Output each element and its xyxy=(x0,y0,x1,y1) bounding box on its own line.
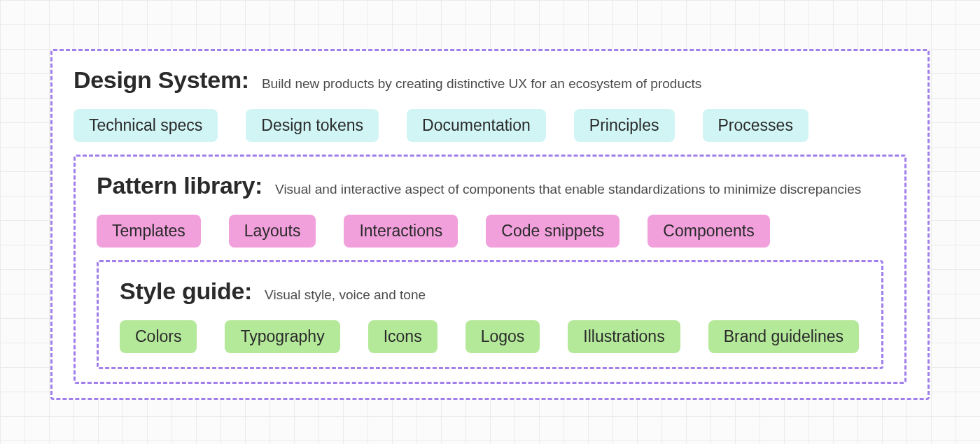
chip-templates: Templates xyxy=(97,215,201,248)
chip-principles: Principles xyxy=(574,109,675,142)
pattern-library-box: Pattern library: Visual and interactive … xyxy=(74,155,906,384)
chip-illustrations: Illustrations xyxy=(568,320,680,353)
chip-design-tokens: Design tokens xyxy=(246,109,379,142)
style-guide-description: Visual style, voice and tone xyxy=(265,287,426,303)
chip-technical-specs: Technical specs xyxy=(74,109,218,142)
style-guide-chips: Colors Typography Icons Logos Illustrati… xyxy=(120,320,860,353)
design-system-box: Design System: Build new products by cre… xyxy=(50,49,930,400)
style-guide-heading-row: Style guide: Visual style, voice and ton… xyxy=(120,278,860,305)
style-guide-title: Style guide: xyxy=(120,278,252,305)
chip-interactions: Interactions xyxy=(344,215,458,248)
chip-colors: Colors xyxy=(120,320,197,353)
pattern-library-heading-row: Pattern library: Visual and interactive … xyxy=(97,172,883,199)
chip-typography: Typography xyxy=(225,320,340,353)
chip-code-snippets: Code snippets xyxy=(486,215,620,248)
style-guide-box: Style guide: Visual style, voice and ton… xyxy=(97,260,883,369)
chip-logos: Logos xyxy=(465,320,540,353)
pattern-library-title: Pattern library: xyxy=(97,172,262,199)
chip-components: Components xyxy=(648,215,769,248)
chip-icons: Icons xyxy=(368,320,438,353)
chip-processes: Processes xyxy=(703,109,808,142)
design-system-description: Build new products by creating distincti… xyxy=(262,76,701,92)
pattern-library-chips: Templates Layouts Interactions Code snip… xyxy=(97,215,883,248)
design-system-title: Design System: xyxy=(74,66,249,94)
pattern-library-description: Visual and interactive aspect of compone… xyxy=(275,182,861,197)
design-system-chips: Technical specs Design tokens Documentat… xyxy=(74,109,906,142)
design-system-heading-row: Design System: Build new products by cre… xyxy=(74,66,906,94)
chip-layouts: Layouts xyxy=(229,215,316,248)
chip-brand-guidelines: Brand guidelines xyxy=(708,320,859,353)
chip-documentation: Documentation xyxy=(407,109,546,142)
